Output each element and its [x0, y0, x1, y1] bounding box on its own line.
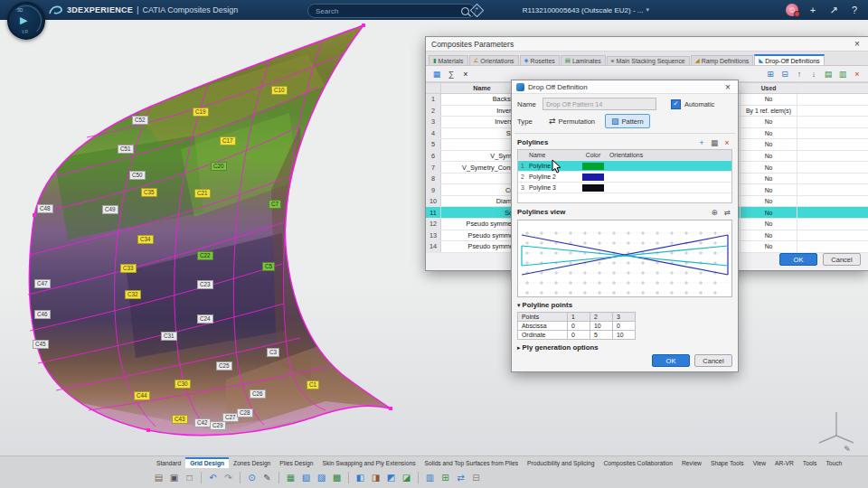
search-icon[interactable]: [461, 7, 469, 15]
ribbon-tab-ar-vr[interactable]: AR-VR: [770, 459, 798, 468]
insert-icon[interactable]: ⊞: [439, 471, 452, 485]
insert-row-icon[interactable]: ⊞: [764, 68, 777, 80]
search-bar[interactable]: [307, 4, 476, 18]
points-value[interactable]: 0: [613, 322, 636, 331]
ribbon-tab-producibility-and-splicing[interactable]: Producibility and Splicing: [523, 459, 599, 468]
reframe-icon[interactable]: ⊕: [709, 207, 720, 217]
tab-orientations[interactable]: ∠Orientations: [469, 55, 519, 65]
new-sheet-icon[interactable]: □: [183, 471, 196, 485]
redo-icon[interactable]: ↷: [222, 471, 235, 485]
type-option-permutation[interactable]: ⇄Permutation: [542, 114, 601, 128]
polyline-row[interactable]: 2Polyline 2: [518, 172, 731, 183]
polylines-view-plot[interactable]: [517, 220, 732, 297]
tab-drop-off-definitions[interactable]: ◣Drop-Off Definitions: [754, 54, 824, 65]
ok-button[interactable]: OK: [652, 354, 690, 367]
ribbon-tab-tools[interactable]: Tools: [798, 459, 822, 468]
ribbon-tab-skin-swapping-and-ply-extensions[interactable]: Skin Swapping and Ply Extensions: [318, 459, 420, 468]
tab-main-stacking-sequence[interactable]: ≡Main Stacking Sequence: [607, 56, 690, 65]
export-table-icon[interactable]: ▥: [836, 68, 849, 80]
expand-icon[interactable]: ▸: [517, 344, 521, 352]
analysis-icon[interactable]: ▥: [423, 471, 437, 485]
type-option-pattern[interactable]: ▨Pattern: [605, 114, 650, 128]
share-icon[interactable]: ↗: [827, 4, 840, 16]
move-up-icon[interactable]: ↑: [793, 68, 806, 80]
grid-panel-icon[interactable]: ▦: [284, 471, 297, 485]
add-icon[interactable]: +: [807, 4, 819, 16]
3d-compass[interactable]: 3D ▶ V.R: [7, 2, 45, 40]
points-value[interactable]: 0: [568, 331, 590, 340]
swap-icon[interactable]: ⇄: [454, 471, 467, 485]
name-field[interactable]: Drop Off Pattern 14: [542, 98, 656, 110]
avatar[interactable]: ☺: [786, 4, 798, 16]
row-used: No: [740, 94, 797, 105]
ribbon-tab-view[interactable]: View: [749, 459, 770, 468]
polyline-row[interactable]: 3Polyline 3: [518, 183, 731, 193]
solid-icon[interactable]: ◪: [400, 471, 413, 485]
search-input[interactable]: [314, 6, 461, 16]
color-swatch[interactable]: [582, 163, 604, 170]
ok-button[interactable]: OK: [779, 253, 817, 266]
measure-icon[interactable]: ✎: [260, 471, 274, 485]
header-used[interactable]: Used: [740, 83, 797, 93]
tab-materials[interactable]: ▮Materials: [429, 55, 468, 65]
copy-icon[interactable]: ▣: [167, 471, 181, 485]
cancel-button[interactable]: Cancel: [823, 253, 861, 266]
ribbon-tab-touch[interactable]: Touch: [821, 459, 846, 468]
grid-view-icon[interactable]: ▦: [430, 68, 443, 80]
cancel-button[interactable]: Cancel: [694, 354, 732, 367]
ply-icon[interactable]: ◧: [354, 471, 367, 485]
tab-laminates[interactable]: ▤Laminates: [561, 55, 606, 65]
platform-selector[interactable]: R1132100005643 (Outscale EU2) - ... ▾: [523, 0, 649, 20]
layup-icon[interactable]: ▨: [315, 471, 328, 485]
zone-icon[interactable]: ◨: [369, 471, 382, 485]
polyline-table-icon[interactable]: ▦: [709, 137, 720, 147]
polyline-row[interactable]: 1Polyline 1: [518, 161, 731, 172]
ply-generation-header[interactable]: ▸ Ply generation options: [512, 340, 738, 352]
play-icon[interactable]: ▶: [20, 14, 27, 26]
paste-icon[interactable]: ▤: [152, 471, 165, 485]
ribbon-tab-grid-design[interactable]: Grid Design: [185, 457, 229, 468]
sum-icon[interactable]: ∑: [445, 68, 458, 80]
move-down-icon[interactable]: ↓: [807, 68, 820, 80]
help-icon[interactable]: ?: [848, 4, 861, 16]
delete-row-icon[interactable]: ⊟: [778, 68, 791, 80]
ribbon-tab-review[interactable]: Review: [677, 459, 706, 468]
import-table-icon[interactable]: ▤: [822, 68, 835, 80]
automatic-checkbox[interactable]: ✓: [671, 99, 681, 109]
ribbon-tab-zones-design[interactable]: Zones Design: [229, 459, 275, 468]
undo-icon[interactable]: ↶: [206, 471, 220, 485]
ribbon-tab-shape-tools[interactable]: Shape Tools: [706, 459, 749, 468]
points-value[interactable]: 0: [568, 322, 590, 331]
close-icon[interactable]: ×: [722, 82, 733, 92]
materials-icon: ▮: [433, 57, 437, 64]
add-polyline-icon[interactable]: +: [696, 137, 707, 147]
points-value[interactable]: 10: [590, 322, 613, 331]
tab-rosettes[interactable]: ◈Rosettes: [520, 55, 560, 65]
delete-polyline-icon[interactable]: ×: [722, 137, 732, 147]
swap-view-icon[interactable]: ⇄: [722, 207, 732, 217]
clear-table-icon[interactable]: ×: [851, 68, 863, 80]
color-swatch[interactable]: [582, 184, 604, 192]
polylines-body: 1Polyline 12Polyline 23Polyline 3: [518, 161, 731, 193]
dialog-titlebar[interactable]: Drop Off Definition ×: [512, 80, 738, 94]
points-value[interactable]: 5: [590, 331, 613, 340]
laminates-icon: ▤: [565, 57, 571, 64]
close-icon[interactable]: ×: [852, 39, 863, 49]
collapse-icon[interactable]: ▾: [517, 302, 521, 309]
points-value[interactable]: 10: [613, 331, 636, 340]
color-swatch[interactable]: [582, 174, 604, 181]
ribbon-tab-plies-design[interactable]: Plies Design: [275, 459, 317, 468]
window-titlebar[interactable]: Composites Parameters ×: [426, 37, 868, 52]
stackup-icon[interactable]: ▩: [330, 471, 344, 485]
polyline-points-header[interactable]: ▾ Polyline points: [512, 297, 738, 310]
zoom-icon[interactable]: ⊙: [245, 471, 259, 485]
tab-ramp-definitions[interactable]: ◢Ramp Definitions: [691, 55, 753, 65]
transition-icon[interactable]: ◩: [384, 471, 398, 485]
remove-icon[interactable]: ⊟: [469, 471, 483, 485]
ribbon-tab-composites-collaboration[interactable]: Composites Collaboration: [599, 459, 677, 468]
robot-offset-icon[interactable]: ✎: [841, 443, 854, 455]
ribbon-tab-solids-and-top-surfaces-from-plies[interactable]: Solids and Top Surfaces from Plies: [420, 459, 523, 468]
search-remove-icon[interactable]: ×: [459, 68, 472, 80]
ribbon-tab-standard[interactable]: Standard: [152, 459, 185, 468]
mesh-icon[interactable]: ▧: [299, 471, 313, 485]
